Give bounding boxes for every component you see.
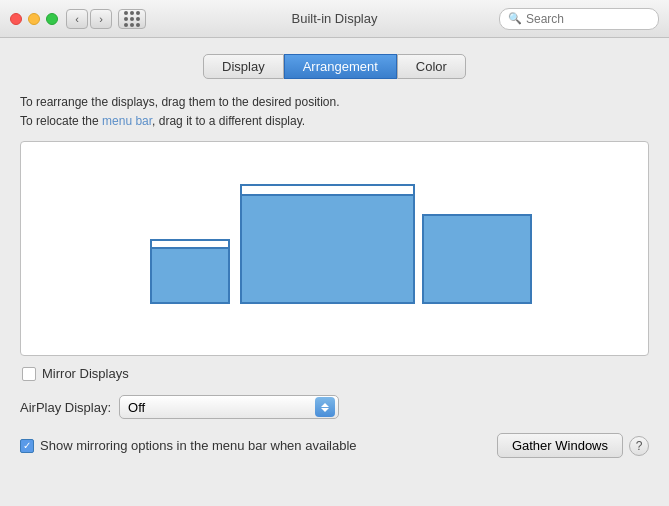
back-button[interactable]: ‹ xyxy=(66,9,88,29)
close-button[interactable] xyxy=(10,13,22,25)
grid-button[interactable] xyxy=(118,9,146,29)
description: To rearrange the displays, drag them to … xyxy=(20,93,649,131)
mirror-label: Mirror Displays xyxy=(42,366,129,381)
minimize-button[interactable] xyxy=(28,13,40,25)
airplay-row: AirPlay Display: Off On xyxy=(20,395,649,419)
gather-windows-button[interactable]: Gather Windows xyxy=(497,433,623,458)
tab-display[interactable]: Display xyxy=(203,54,284,79)
display-left[interactable] xyxy=(150,239,230,304)
menu-bar-main xyxy=(242,186,413,196)
maximize-button[interactable] xyxy=(46,13,58,25)
mirror-checkbox[interactable] xyxy=(22,367,36,381)
title-bar: ‹ › Built-in Display 🔍 xyxy=(0,0,669,38)
traffic-lights xyxy=(10,13,58,25)
airplay-select[interactable]: Off On xyxy=(119,395,339,419)
description-line2: To relocate the menu bar, drag it to a d… xyxy=(20,112,649,131)
search-icon: 🔍 xyxy=(508,12,522,25)
checkmark-icon: ✓ xyxy=(23,441,31,451)
show-mirroring-label: Show mirroring options in the menu bar w… xyxy=(40,438,487,453)
bottom-row: ✓ Show mirroring options in the menu bar… xyxy=(20,433,649,458)
menu-bar-left xyxy=(152,241,228,249)
nav-buttons: ‹ › xyxy=(66,9,112,29)
mirror-row: Mirror Displays xyxy=(22,366,649,381)
display-canvas[interactable] xyxy=(20,141,649,356)
help-button[interactable]: ? xyxy=(629,436,649,456)
search-input[interactable] xyxy=(526,12,650,26)
search-box[interactable]: 🔍 xyxy=(499,8,659,30)
airplay-select-wrapper: Off On xyxy=(119,395,339,419)
show-mirroring-checkbox[interactable]: ✓ xyxy=(20,439,34,453)
tabs-container: Display Arrangement Color xyxy=(20,54,649,79)
display-right[interactable] xyxy=(422,214,532,304)
window-title: Built-in Display xyxy=(292,11,378,26)
tab-arrangement[interactable]: Arrangement xyxy=(284,54,397,79)
description-line1: To rearrange the displays, drag them to … xyxy=(20,93,649,112)
content-area: Display Arrangement Color To rearrange t… xyxy=(0,38,669,474)
airplay-label: AirPlay Display: xyxy=(20,400,111,415)
display-main[interactable] xyxy=(240,184,415,304)
menu-bar-link: menu bar xyxy=(102,114,152,128)
tab-color[interactable]: Color xyxy=(397,54,466,79)
displays-area xyxy=(150,184,520,314)
forward-button[interactable]: › xyxy=(90,9,112,29)
